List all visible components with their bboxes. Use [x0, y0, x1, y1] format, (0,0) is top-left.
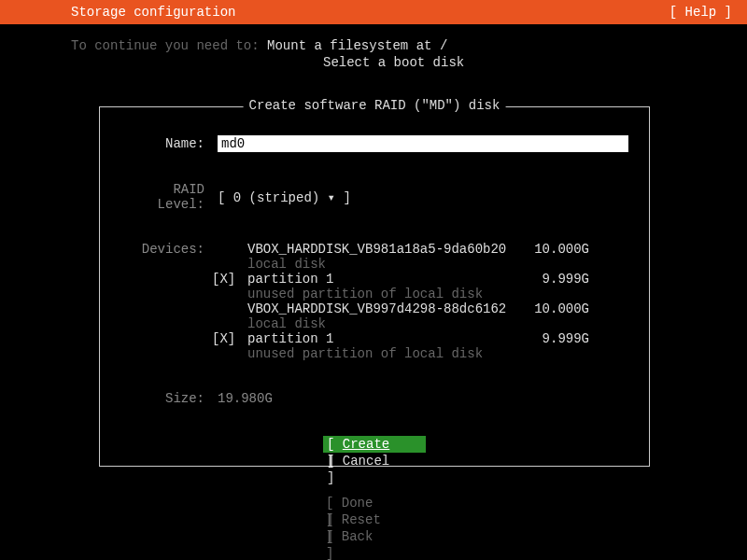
device-checkbox[interactable]: [X]	[208, 331, 247, 346]
hint-prefix: To continue you need to:	[71, 38, 267, 53]
device-size: 9.999G	[524, 331, 589, 346]
device-size: 10.000G	[524, 301, 589, 316]
cancel-label: Cancel	[343, 454, 389, 469]
device-sub: local disk	[247, 316, 524, 331]
reset-button[interactable]: [ Reset_____ ]	[322, 511, 425, 528]
device-name[interactable]: partition 1	[247, 272, 524, 287]
device-size: 9.999G	[524, 272, 589, 287]
back-button[interactable]: [ Back______ ]	[322, 528, 425, 545]
device-name[interactable]: VBOX_HARDDISK_VB997d4298-88dc6162	[247, 301, 524, 316]
name-label: Name:	[119, 136, 208, 151]
size-row: Size: 19.980G	[119, 391, 649, 406]
dialog-buttons: [ Create____ ] [ Cancel____ ]	[100, 436, 649, 469]
raid-level-label: RAID Level:	[119, 182, 208, 212]
device-sub: unused partition of local disk	[247, 346, 524, 361]
raid-dialog: Create software RAID ("MD") disk Name: m…	[99, 106, 650, 467]
devices-label: Devices:	[119, 242, 208, 257]
cancel-button[interactable]: [ Cancel____ ]	[323, 453, 426, 469]
create-label: Create	[343, 437, 389, 452]
size-label: Size:	[119, 391, 208, 406]
help-button[interactable]: [ Help ]	[669, 0, 732, 24]
bottom-buttons: [ Done______ ] [ Reset_____ ] [ Back____…	[0, 495, 747, 545]
hint-line2: Select a boot disk	[71, 54, 747, 71]
dialog-title: Create software RAID ("MD") disk	[244, 98, 506, 113]
hint-text: To continue you need to: Mount a filesys…	[0, 37, 747, 71]
device-size: 10.000G	[524, 242, 589, 257]
create-button[interactable]: [ Create____ ]	[323, 436, 426, 453]
device-sub: unused partition of local disk	[247, 287, 524, 301]
device-name[interactable]: VBOX_HARDDISK_VB981a18a5-9da60b20	[247, 242, 524, 257]
name-row: Name: md0	[119, 135, 649, 152]
devices-block: Devices: VBOX_HARDDISK_VB981a18a5-9da60b…	[119, 242, 649, 361]
hint-line1: Mount a filesystem at /	[267, 38, 447, 53]
device-checkbox[interactable]: [X]	[208, 272, 247, 287]
page-title: Storage configuration	[71, 0, 235, 24]
topbar: Storage configuration [ Help ]	[0, 0, 747, 24]
name-input[interactable]: md0	[218, 135, 628, 152]
device-sub: local disk	[247, 257, 524, 272]
size-value: 19.980G	[218, 391, 273, 406]
device-name[interactable]: partition 1	[247, 331, 524, 346]
done-button[interactable]: [ Done______ ]	[322, 495, 425, 511]
raid-level-row: RAID Level: [ 0 (striped) ▾ ]	[119, 182, 649, 212]
raid-level-select[interactable]: [ 0 (striped) ▾ ]	[218, 189, 351, 205]
